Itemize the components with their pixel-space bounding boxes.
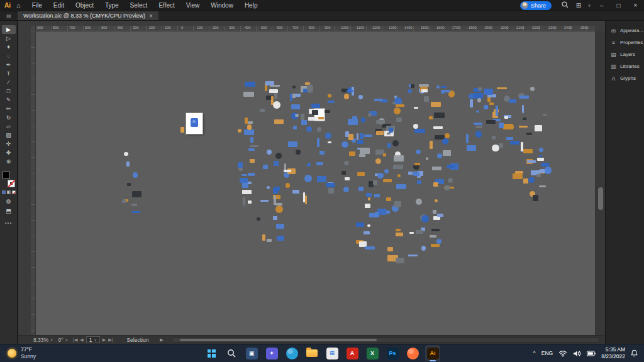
art-object[interactable]: [328, 188, 334, 194]
art-object[interactable]: [368, 113, 372, 117]
art-object[interactable]: [466, 134, 469, 143]
battery-icon[interactable]: [587, 351, 596, 356]
art-object[interactable]: [238, 129, 242, 133]
drawing-mode-icon[interactable]: ◍: [6, 198, 11, 204]
art-object[interactable]: [267, 186, 270, 189]
art-object[interactable]: [433, 216, 440, 219]
direct-selection-tool[interactable]: ▷: [2, 34, 16, 43]
menu-help[interactable]: Help: [239, 0, 264, 11]
art-object[interactable]: [365, 246, 375, 250]
stroke-color-swatch[interactable]: [8, 180, 15, 187]
art-object[interactable]: [448, 178, 453, 183]
art-object[interactable]: [484, 89, 493, 95]
art-object[interactable]: [509, 99, 516, 103]
art-object[interactable]: [393, 165, 403, 169]
art-object[interactable]: [492, 136, 496, 140]
art-object[interactable]: [426, 157, 429, 160]
art-object[interactable]: [307, 163, 310, 166]
art-object[interactable]: [447, 165, 455, 168]
share-button[interactable]: Share: [520, 1, 552, 10]
panel-tab-properties[interactable]: ≡Properties: [606, 36, 644, 48]
artwork-fragment[interactable]: [180, 127, 184, 133]
art-object[interactable]: [496, 106, 498, 116]
next-artboard-button[interactable]: ▶: [103, 337, 106, 343]
art-object[interactable]: [436, 85, 440, 89]
art-object[interactable]: [430, 141, 433, 149]
art-object[interactable]: [238, 162, 243, 168]
menu-select[interactable]: Select: [125, 0, 153, 11]
art-object[interactable]: [433, 210, 436, 214]
art-object[interactable]: [317, 138, 319, 147]
art-object[interactable]: [293, 126, 297, 130]
art-object[interactable]: [387, 247, 393, 251]
art-object[interactable]: [530, 87, 535, 91]
task-view-icon[interactable]: ▣: [244, 345, 259, 361]
paintbrush-tool[interactable]: ✎: [2, 96, 16, 104]
art-object[interactable]: [250, 159, 255, 163]
art-object[interactable]: [348, 134, 353, 140]
art-object[interactable]: [539, 148, 543, 152]
art-object[interactable]: [478, 87, 482, 91]
art-object[interactable]: [260, 200, 269, 202]
weather-widget[interactable]: 77°F Sunny: [0, 344, 43, 362]
art-object[interactable]: [499, 123, 504, 128]
art-object[interactable]: [295, 94, 301, 97]
art-object[interactable]: [344, 161, 348, 165]
art-object[interactable]: [413, 172, 419, 176]
art-object[interactable]: [408, 255, 418, 256]
art-object[interactable]: [365, 204, 370, 208]
art-object[interactable]: [497, 87, 506, 89]
none-button[interactable]: [12, 190, 16, 194]
art-object[interactable]: [325, 110, 330, 114]
art-object[interactable]: [317, 176, 326, 182]
art-object[interactable]: [286, 183, 290, 187]
art-object[interactable]: [421, 215, 429, 222]
art-object[interactable]: [357, 140, 364, 144]
art-object[interactable]: [341, 141, 348, 148]
rectangle-tool[interactable]: □: [2, 87, 16, 96]
search-icon[interactable]: [558, 1, 572, 9]
art-object[interactable]: [131, 204, 137, 206]
art-object[interactable]: [122, 199, 126, 203]
tab-close-icon[interactable]: ×: [149, 13, 153, 19]
art-object[interactable]: [328, 94, 331, 97]
art-object[interactable]: [364, 231, 369, 234]
line-segment-tool[interactable]: ∕: [2, 78, 16, 87]
art-object[interactable]: [244, 129, 255, 136]
gradient-tool[interactable]: ▨: [2, 131, 16, 140]
art-object[interactable]: [431, 244, 440, 246]
art-object[interactable]: [523, 149, 532, 153]
art-object[interactable]: [519, 96, 529, 98]
art-object[interactable]: [533, 195, 538, 201]
art-object[interactable]: [536, 174, 541, 177]
clock[interactable]: 5:35 AM 8/23/2022: [601, 346, 625, 360]
art-object[interactable]: [475, 131, 482, 138]
art-object[interactable]: [437, 214, 443, 217]
art-object[interactable]: [394, 107, 401, 114]
home-icon[interactable]: ⌂: [15, 2, 26, 9]
photoshop-icon[interactable]: Ps: [385, 345, 400, 361]
widgets-icon[interactable]: ✦: [264, 345, 279, 361]
art-object[interactable]: [304, 175, 311, 182]
art-object[interactable]: [476, 111, 479, 112]
art-object[interactable]: [243, 92, 253, 97]
artboard-number-field[interactable]: 1 ∨: [86, 336, 100, 343]
minimize-button[interactable]: –: [593, 0, 610, 11]
art-object[interactable]: [319, 151, 325, 155]
art-object[interactable]: [358, 95, 363, 99]
art-object[interactable]: [243, 197, 245, 206]
art-object[interactable]: [474, 123, 482, 125]
art-object[interactable]: [368, 197, 370, 200]
ruler-origin-corner[interactable]: [31, 26, 36, 31]
art-object[interactable]: [430, 235, 436, 238]
art-object[interactable]: [413, 124, 418, 129]
art-object[interactable]: [316, 162, 323, 165]
art-object[interactable]: [245, 82, 255, 87]
rotate-tool[interactable]: ↻: [2, 113, 16, 122]
fill-stroke-control[interactable]: [2, 172, 16, 187]
art-object[interactable]: [414, 107, 418, 109]
art-object[interactable]: [248, 121, 253, 124]
art-object[interactable]: [396, 118, 402, 122]
art-object[interactable]: [359, 154, 365, 158]
art-object[interactable]: [470, 99, 473, 108]
